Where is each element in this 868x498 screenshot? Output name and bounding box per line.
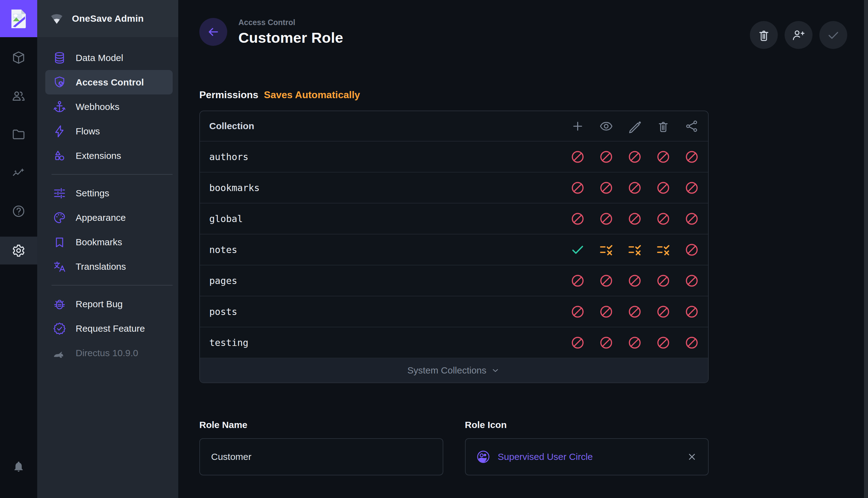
module-help[interactable] <box>0 192 37 231</box>
no-access-icon[interactable] <box>685 336 699 350</box>
no-access-icon[interactable] <box>656 150 670 164</box>
custom-access-icon[interactable] <box>628 243 642 257</box>
no-access-icon[interactable] <box>571 181 585 195</box>
project-logo[interactable] <box>0 0 37 37</box>
sidebar-item-report-bug[interactable]: Report Bug <box>45 292 173 316</box>
sidebar-item-label: Settings <box>76 188 109 198</box>
bug-icon <box>53 297 66 311</box>
module-users[interactable] <box>0 77 37 115</box>
permission-cells <box>571 212 708 226</box>
sidebar-item-label: Flows <box>76 126 100 136</box>
help-icon <box>12 204 26 218</box>
no-access-icon[interactable] <box>656 212 670 226</box>
sidebar-item-access-control[interactable]: Access Control <box>45 70 173 94</box>
no-access-icon[interactable] <box>599 212 613 226</box>
no-access-icon[interactable] <box>628 150 642 164</box>
collection-row-bookmarks: bookmarks <box>200 172 708 203</box>
sidebar-item-data-model[interactable]: Data Model <box>45 45 173 70</box>
create-column-icon[interactable] <box>571 119 585 133</box>
rabbit-icon <box>53 346 66 360</box>
role-name-input[interactable] <box>199 438 443 475</box>
no-access-icon[interactable] <box>685 243 699 257</box>
collection-row-notes: notes <box>200 234 708 265</box>
no-access-icon[interactable] <box>571 305 585 319</box>
delete-column-icon[interactable] <box>656 119 670 133</box>
sidebar-item-settings[interactable]: Settings <box>45 181 173 205</box>
sidebar-item-extensions[interactable]: Extensions <box>45 143 173 168</box>
collection-name: global <box>209 213 243 224</box>
permission-cells <box>571 336 708 350</box>
no-access-icon[interactable] <box>571 212 585 226</box>
no-access-icon[interactable] <box>685 150 699 164</box>
sidebar-item-request-feature[interactable]: Request Feature <box>45 316 173 341</box>
share-column-icon[interactable] <box>685 119 699 133</box>
no-access-icon[interactable] <box>628 274 642 288</box>
sidebar-item-appearance[interactable]: Appearance <box>45 205 173 230</box>
update-column-icon[interactable] <box>628 119 642 133</box>
delete-role-button[interactable] <box>750 21 778 49</box>
trash-icon <box>757 28 771 42</box>
no-access-icon[interactable] <box>656 336 670 350</box>
system-collections-toggle[interactable]: System Collections <box>200 358 708 382</box>
custom-access-icon[interactable] <box>599 243 613 257</box>
person-add-icon <box>791 28 806 42</box>
no-access-icon[interactable] <box>685 181 699 195</box>
no-access-icon[interactable] <box>571 150 585 164</box>
sidebar-item-label: Appearance <box>76 212 126 223</box>
permissions-table: Collection authorsbookmarksglobalnotespa… <box>199 110 709 383</box>
collection-row-posts: posts <box>200 296 708 327</box>
permission-rows: authorsbookmarksglobalnotespagespoststes… <box>200 141 708 358</box>
back-button[interactable] <box>199 18 227 46</box>
read-column-icon[interactable] <box>599 119 613 133</box>
sidebar-item-translations[interactable]: Translations <box>45 254 173 279</box>
no-access-icon[interactable] <box>628 181 642 195</box>
sidebar-item-flows[interactable]: Flows <box>45 119 173 143</box>
sidebar-item-label: Data Model <box>76 53 123 63</box>
no-access-icon[interactable] <box>599 305 613 319</box>
role-name-field: Role Name <box>199 420 443 475</box>
shapes-icon <box>53 149 66 162</box>
clear-icon-button[interactable] <box>686 451 698 462</box>
no-access-icon[interactable] <box>685 212 699 226</box>
no-access-icon[interactable] <box>656 305 670 319</box>
project-header[interactable]: OneSave Admin <box>37 0 178 37</box>
no-access-icon[interactable] <box>599 150 613 164</box>
save-button[interactable] <box>819 21 847 49</box>
invite-users-button[interactable] <box>784 21 813 49</box>
autosave-note: Saves Automatically <box>264 89 360 101</box>
page-title: Customer Role <box>238 29 343 46</box>
breadcrumb[interactable]: Access Control <box>238 18 343 27</box>
role-name-label: Role Name <box>199 420 443 430</box>
no-access-icon[interactable] <box>571 336 585 350</box>
module-settings[interactable] <box>0 237 37 264</box>
no-access-icon[interactable] <box>571 274 585 288</box>
no-access-icon[interactable] <box>599 181 613 195</box>
directus-app: OneSave Admin Data ModelAccess ControlWe… <box>0 0 868 498</box>
permission-column-icons <box>571 119 708 133</box>
no-access-icon[interactable] <box>599 336 613 350</box>
custom-access-icon[interactable] <box>656 243 670 257</box>
no-access-icon[interactable] <box>628 212 642 226</box>
sidebar-item-bookmarks[interactable]: Bookmarks <box>45 230 173 254</box>
full-access-icon[interactable] <box>571 243 585 257</box>
main-content: Access Control Customer Role Permissions… <box>178 0 868 498</box>
sidebar-item-webhooks[interactable]: Webhooks <box>45 94 173 119</box>
no-access-icon[interactable] <box>685 305 699 319</box>
sidebar-item-label: Webhooks <box>76 102 119 112</box>
no-access-icon[interactable] <box>656 181 670 195</box>
no-access-icon[interactable] <box>628 305 642 319</box>
no-access-icon[interactable] <box>599 274 613 288</box>
module-notifications[interactable] <box>0 460 37 473</box>
no-access-icon[interactable] <box>628 336 642 350</box>
scrollbar[interactable] <box>864 0 868 498</box>
no-access-icon[interactable] <box>685 274 699 288</box>
role-icon-input[interactable]: Supervised User Circle <box>465 438 709 475</box>
role-fields: Role Name Role Icon Supervised User Circ… <box>199 420 709 475</box>
module-files[interactable] <box>0 115 37 154</box>
sidebar-item-label: Report Bug <box>76 299 123 310</box>
sidebar-item-directus-10-9-0[interactable]: Directus 10.9.0 <box>45 341 173 365</box>
no-access-icon[interactable] <box>656 274 670 288</box>
supervised-user-circle-icon <box>476 450 490 464</box>
module-insights[interactable] <box>0 154 37 192</box>
module-content[interactable] <box>0 38 37 77</box>
